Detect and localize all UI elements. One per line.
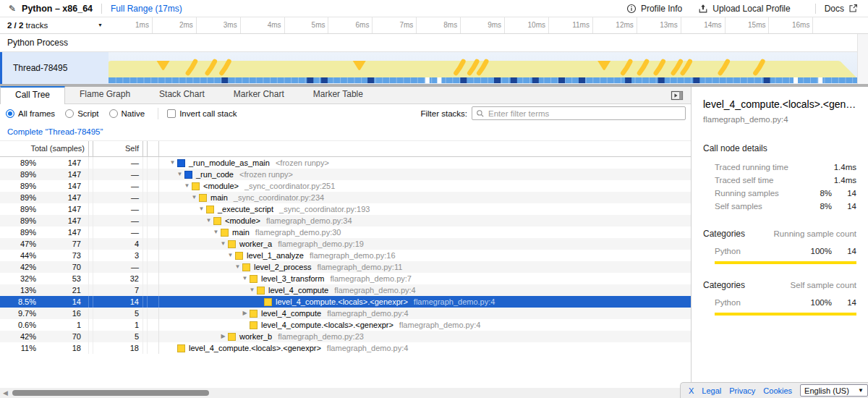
tracks-dropdown[interactable]: 2 / 2 tracks ▼ [0, 17, 109, 33]
cell-total-samples: 42%70 [0, 331, 88, 342]
twisty-collapsed-icon[interactable]: ▶ [218, 331, 228, 342]
cell-total-samples: 47%77 [0, 238, 88, 250]
yellow-category-icon [228, 333, 236, 341]
cell-total-samples: 44%73 [0, 250, 88, 261]
tracks-vertical-scrollbar[interactable] [857, 34, 868, 84]
yellow-category-icon [177, 344, 185, 352]
footer-link-privacy[interactable]: Privacy [729, 386, 755, 395]
column-resizer[interactable] [142, 141, 148, 156]
filter-stacks-input[interactable] [488, 109, 681, 118]
twisty-expanded-icon[interactable]: ▼ [247, 284, 257, 296]
tracks-panel: Python Process Thread-78495 [0, 34, 868, 84]
file-location: <frozen runpy> [239, 169, 293, 180]
twisty-collapsed-icon[interactable]: ▶ [240, 308, 250, 319]
twisty-expanded-icon[interactable]: ▼ [233, 261, 242, 273]
table-row[interactable]: 89%147—▼_execute_script_sync_coordinator… [0, 203, 691, 215]
tree-indent [168, 209, 197, 210]
table-row[interactable]: 89%147—▼mainflamegraph_demo.py:30 [0, 226, 691, 238]
twisty-expanded-icon[interactable]: ▼ [226, 250, 235, 261]
twisty-expanded-icon[interactable]: ▼ [190, 192, 199, 203]
edit-profile-name-icon[interactable]: ✎ [9, 4, 16, 14]
cell-spacer [148, 261, 158, 273]
column-divider [142, 284, 148, 296]
file-location: _sync_coordinator.py:251 [244, 180, 335, 192]
table-row[interactable]: 89%147—▼main_sync_coordinator.py:234 [0, 192, 691, 203]
table-row[interactable]: 11%1818level_4_compute.<locals>.<genexpr… [0, 342, 691, 354]
sidebar-toggle-button[interactable] [671, 90, 684, 101]
scrollbar-thumb[interactable] [12, 390, 209, 396]
timeline-ruler: 1ms2ms3ms4ms5ms6ms7ms8ms9ms10ms11ms12ms1… [109, 17, 857, 33]
breadcrumb-complete-range[interactable]: Complete “Thread-78495” [7, 127, 103, 136]
table-row[interactable]: 89%147—▼_run_code<frozen runpy> [0, 169, 691, 180]
cell-self: 1 [93, 319, 142, 331]
tab-marker-chart[interactable]: Marker Chart [219, 86, 299, 103]
profile-info-button[interactable]: Profile Info [626, 4, 682, 14]
table-row[interactable]: 44%733▼level_1_analyzeflamegraph_demo.py… [0, 250, 691, 261]
twisty-expanded-icon[interactable]: ▼ [218, 238, 228, 250]
twisty-expanded-icon[interactable]: ▼ [197, 203, 206, 215]
footer-link-cookies[interactable]: Cookies [763, 386, 792, 395]
twisty-expanded-icon[interactable]: ▼ [168, 157, 177, 169]
thread-selected-bar [0, 52, 2, 84]
scroll-left-arrow-icon[interactable]: ◀ [3, 388, 8, 398]
cell-total-count: 70 [36, 331, 85, 342]
table-row[interactable]: 0.6%11level_4_compute.<locals>.<genexpr>… [0, 319, 691, 331]
table-row[interactable]: 89%147—▼<module>flamegraph_demo.py:34 [0, 215, 691, 226]
tab-marker-table[interactable]: Marker Table [299, 86, 378, 103]
twisty-expanded-icon[interactable]: ▼ [211, 226, 221, 238]
table-row[interactable]: 42%705▶worker_bflamegraph_demo.py:23 [0, 331, 691, 342]
table-row[interactable]: 89%147—▼<module>_sync_coordinator.py:251 [0, 180, 691, 192]
cell-total-percent: 0.6% [0, 319, 36, 331]
file-location: flamegraph_demo.py:19 [278, 238, 364, 250]
invert-call-stack-checkbox[interactable]: Invert call stack [167, 109, 237, 118]
twisty-expanded-icon[interactable]: ▼ [240, 273, 250, 284]
thread-track[interactable]: Thread-78495 [0, 52, 868, 84]
radio-native[interactable]: Native [109, 109, 145, 118]
table-row[interactable]: 8.5%1414level_4_compute.<locals>.<genexp… [0, 296, 691, 308]
twisty-expanded-icon[interactable]: ▼ [182, 180, 192, 192]
cell-total-samples: 89%147 [0, 157, 88, 169]
docs-button[interactable]: Docs [825, 4, 858, 14]
radio-script[interactable]: Script [65, 109, 98, 118]
table-row[interactable]: 42%70—▼level_2_processflamegraph_demo.py… [0, 261, 691, 273]
cell-total-samples: 89%147 [0, 180, 88, 192]
column-resizer[interactable] [88, 141, 93, 156]
upload-profile-button[interactable]: Upload Local Profile [698, 4, 790, 14]
function-name: level_4_compute.<locals>.<genexpr> [189, 342, 321, 354]
column-header-total[interactable]: Total (samples) [0, 141, 88, 156]
cell-function: ▼_execute_script_sync_coordinator.py:193 [158, 203, 691, 215]
tree-indent [168, 290, 247, 291]
thread-activity-graph[interactable] [109, 52, 857, 84]
full-range-link[interactable]: Full Range (17ms) [111, 4, 182, 14]
function-name: _run_module_as_main [189, 157, 270, 169]
radio-label: Native [122, 109, 145, 118]
column-divider [88, 192, 93, 203]
tab-flame-graph[interactable]: Flame Graph [65, 86, 145, 103]
footer-link-legal[interactable]: Legal [702, 386, 721, 395]
process-track[interactable]: Python Process [0, 34, 868, 52]
cell-function: ▼level_1_analyzeflamegraph_demo.py:16 [158, 250, 691, 261]
column-header-self[interactable]: Self [93, 141, 142, 156]
activity-graph-canvas [109, 52, 857, 84]
table-row[interactable]: 32%5332▼level_3_transformflamegraph_demo… [0, 273, 691, 284]
radio-all-frames[interactable]: All frames [6, 109, 55, 118]
tab-stack-chart[interactable]: Stack Chart [145, 86, 219, 103]
cell-function: ▼level_2_processflamegraph_demo.py:11 [158, 261, 691, 273]
table-row[interactable]: 47%774▼worker_aflamegraph_demo.py:19 [0, 238, 691, 250]
footer-link-x[interactable]: X [689, 386, 694, 395]
language-select[interactable]: English (US) ▼ [800, 384, 868, 397]
cell-spacer [148, 192, 158, 203]
tree-indent [168, 232, 211, 233]
table-row[interactable]: 9.7%165▶level_4_computeflamegraph_demo.p… [0, 308, 691, 319]
thread-track-header[interactable]: Thread-78495 [0, 52, 109, 84]
column-divider [88, 215, 93, 226]
table-row[interactable]: 13%217▼level_4_computeflamegraph_demo.py… [0, 284, 691, 296]
twisty-expanded-icon[interactable]: ▼ [175, 169, 184, 180]
detail-row: Traced running time1.4ms [703, 161, 856, 174]
cell-total-samples: 9.7%16 [0, 308, 88, 319]
twisty-expanded-icon[interactable]: ▼ [204, 215, 213, 226]
table-row[interactable]: 89%147—▼_run_module_as_main<frozen runpy… [0, 157, 691, 169]
cell-total-count: 18 [36, 342, 85, 354]
tab-call-tree[interactable]: Call Tree [0, 86, 65, 104]
cell-spacer [148, 342, 158, 354]
